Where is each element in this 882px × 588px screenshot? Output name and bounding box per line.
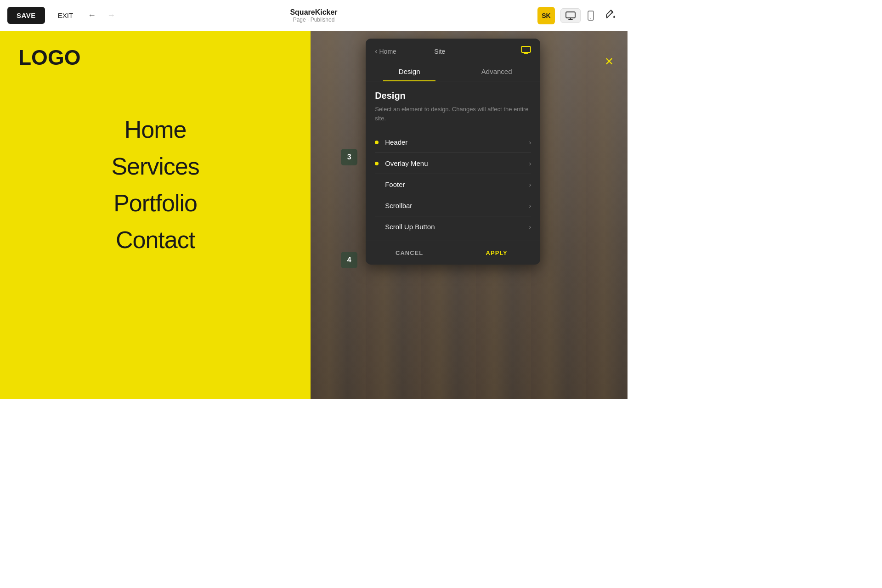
footer-label: Footer: [385, 181, 529, 188]
chevron-right-icon: ›: [529, 139, 531, 146]
panel-tabs: Design Advanced: [366, 62, 540, 81]
nav-item-home: Home: [124, 116, 187, 143]
nav-item-services: Services: [111, 153, 199, 180]
scrollbar-label: Scrollbar: [385, 202, 529, 209]
list-item-overlay-menu[interactable]: Overlay Menu ›: [375, 153, 531, 174]
active-dot-header: [375, 141, 379, 144]
chevron-right-icon-3: ›: [529, 181, 531, 188]
exit-button[interactable]: EXIT: [52, 8, 79, 23]
chevron-right-icon-4: ›: [529, 202, 531, 209]
redo-button[interactable]: →: [103, 9, 119, 22]
top-bar: SAVE EXIT ← → SquareKicker Page · Publis…: [0, 0, 628, 31]
svg-point-2: [590, 18, 591, 19]
canvas-area: LOGO Home Services Portfolio Contact ✕ 3…: [0, 31, 628, 399]
app-name: SquareKicker: [290, 8, 337, 17]
sk-logo: SK: [537, 7, 555, 24]
list-item-scrollbar[interactable]: Scrollbar ›: [375, 195, 531, 216]
save-button[interactable]: SAVE: [7, 7, 45, 24]
cancel-button[interactable]: CANCEL: [366, 241, 453, 265]
page-status: Page · Published: [290, 17, 337, 23]
website-preview: LOGO Home Services Portfolio Contact: [0, 31, 311, 399]
apply-button[interactable]: APPLY: [453, 241, 540, 265]
nav-item-portfolio: Portfolio: [113, 189, 197, 217]
active-dot-overlay: [375, 162, 379, 165]
nav-item-contact: Contact: [116, 226, 195, 254]
no-dot-footer: [375, 183, 379, 187]
panel-monitor-icon: [521, 46, 531, 57]
header-label: Header: [385, 138, 529, 146]
overlay-menu-label: Overlay Menu: [385, 159, 529, 167]
panel-site-label: Site: [434, 48, 445, 55]
paint-button[interactable]: [601, 6, 620, 24]
panel-back-button[interactable]: ‹ Home: [375, 47, 396, 56]
preview-logo: LOGO: [18, 45, 292, 70]
design-panel: ‹ Home Site Design Advanced Design: [366, 39, 540, 265]
undo-button[interactable]: ←: [84, 9, 100, 22]
mobile-view-button[interactable]: [582, 7, 599, 24]
close-button[interactable]: ✕: [602, 54, 616, 69]
section-desc: Select an element to design. Changes wil…: [375, 105, 531, 123]
right-panel: ✕ 3 4 ‹ Home: [311, 31, 628, 399]
app-title-area: SquareKicker Page · Published: [290, 8, 337, 23]
panel-header: ‹ Home Site: [366, 39, 540, 57]
chevron-right-icon-2: ›: [529, 160, 531, 167]
section-title: Design: [375, 90, 531, 101]
badge-4: 4: [341, 252, 357, 268]
panel-back-label: Home: [379, 48, 396, 55]
tab-design[interactable]: Design: [366, 62, 453, 81]
tab-advanced[interactable]: Advanced: [453, 62, 540, 81]
list-item-footer[interactable]: Footer ›: [375, 174, 531, 195]
chevron-right-icon-5: ›: [529, 223, 531, 231]
top-bar-right: SK: [537, 6, 620, 24]
panel-footer: CANCEL APPLY: [366, 241, 540, 265]
panel-body: Design Select an element to design. Chan…: [366, 81, 540, 237]
back-arrow-icon: ‹: [375, 47, 377, 56]
list-item-scroll-up[interactable]: Scroll Up Button ›: [375, 216, 531, 237]
svg-rect-4: [521, 46, 531, 52]
no-dot-scrollup: [375, 225, 379, 229]
svg-rect-0: [566, 12, 575, 18]
nav-arrows: ← →: [84, 9, 119, 22]
scroll-up-label: Scroll Up Button: [385, 223, 529, 231]
preview-nav: Home Services Portfolio Contact: [18, 116, 292, 254]
badge-3: 3: [341, 149, 357, 165]
no-dot-scrollbar: [375, 204, 379, 208]
desktop-view-button[interactable]: [560, 8, 581, 23]
list-item-header[interactable]: Header ›: [375, 132, 531, 153]
